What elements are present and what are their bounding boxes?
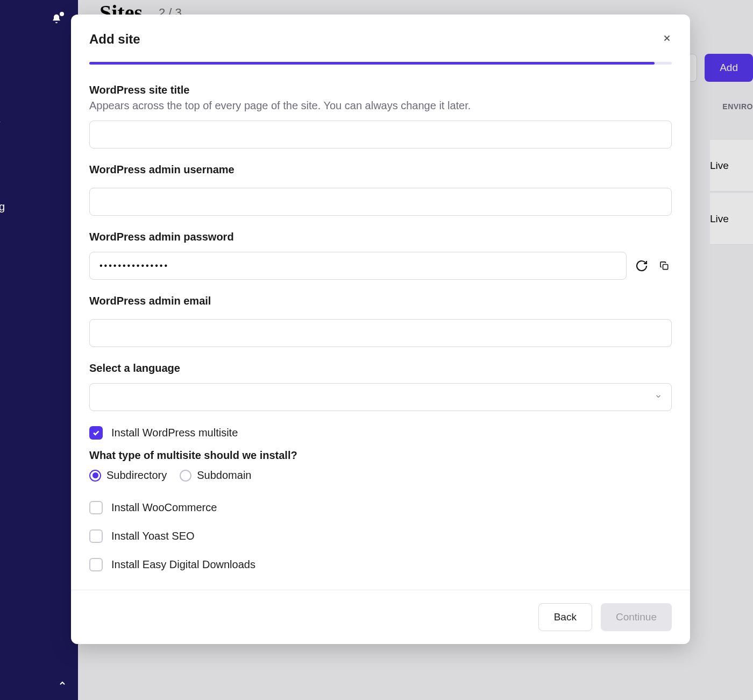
admin-email-label: WordPress admin email — [89, 295, 672, 307]
subdirectory-label: Subdirectory — [106, 469, 167, 482]
notification-dot-icon — [60, 12, 64, 16]
multisite-label: Install WordPress multisite — [111, 427, 238, 439]
add-site-modal: Add site WordPress site title Appears ac… — [71, 15, 690, 644]
app-sidebar: s g — [0, 0, 78, 700]
site-title-input[interactable] — [89, 121, 672, 149]
admin-username-label: WordPress admin username — [89, 164, 672, 176]
modal-title: Add site — [89, 32, 140, 47]
edd-checkbox[interactable] — [89, 558, 103, 571]
woocommerce-label: Install WooCommerce — [111, 501, 217, 514]
yoast-checkbox[interactable] — [89, 529, 103, 543]
back-button[interactable]: Back — [538, 603, 592, 631]
close-icon[interactable] — [662, 33, 672, 45]
subdirectory-radio[interactable] — [89, 470, 101, 482]
admin-username-input[interactable] — [89, 188, 672, 216]
site-title-help: Appears across the top of every page of … — [89, 100, 672, 112]
admin-password-label: WordPress admin password — [89, 231, 672, 243]
svg-rect-0 — [663, 265, 668, 270]
site-title-label: WordPress site title — [89, 84, 672, 96]
subdomain-label: Subdomain — [197, 469, 251, 482]
woocommerce-checkbox[interactable] — [89, 501, 103, 514]
edd-label: Install Easy Digital Downloads — [111, 558, 255, 571]
yoast-label: Install Yoast SEO — [111, 530, 195, 542]
continue-button[interactable]: Continue — [601, 603, 672, 631]
multisite-checkbox[interactable] — [89, 426, 103, 440]
admin-email-input[interactable] — [89, 319, 672, 347]
multisite-type-question: What type of multisite should we install… — [89, 449, 672, 462]
language-label: Select a language — [89, 362, 672, 374]
chevron-up-icon[interactable] — [58, 678, 67, 690]
sidebar-text-s: s — [0, 113, 1, 127]
copy-icon[interactable] — [657, 258, 672, 273]
admin-password-input[interactable] — [89, 252, 627, 280]
language-select[interactable] — [89, 383, 672, 411]
subdomain-radio[interactable] — [180, 470, 191, 482]
regenerate-icon[interactable] — [634, 258, 649, 273]
sidebar-text-g: g — [0, 201, 5, 213]
